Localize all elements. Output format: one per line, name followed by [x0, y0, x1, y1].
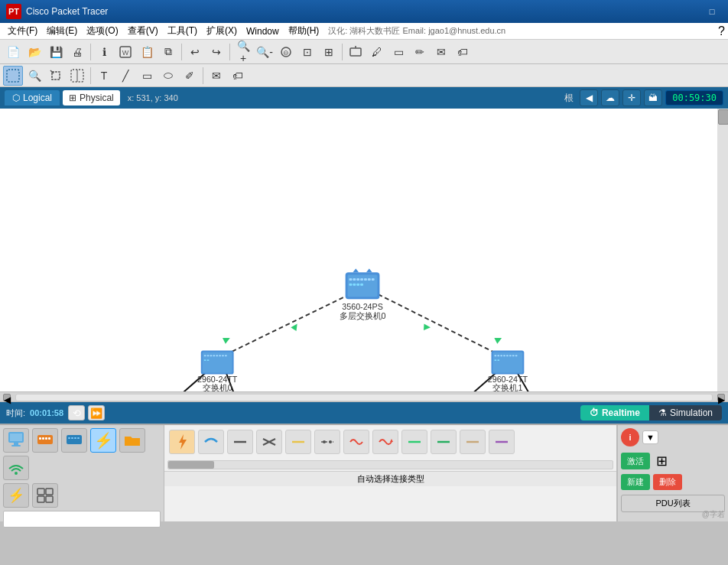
email-button[interactable]: ✉ [431, 42, 451, 62]
svg-rect-99 [77, 437, 80, 439]
zoom-out-button[interactable]: 🔍- [255, 42, 275, 62]
pencil-button[interactable]: ✏ [410, 42, 430, 62]
activate-pdu-button[interactable]: 激活 [621, 453, 650, 469]
device-computer[interactable] [3, 428, 29, 453]
cable-phone[interactable] [314, 430, 340, 454]
menu-help[interactable]: 帮助(H) [284, 23, 324, 39]
vertical-scrollbar[interactable] [717, 109, 728, 391]
cable-serial-dce[interactable] [372, 430, 398, 454]
physical-tab[interactable]: ⊞ Physical [63, 90, 120, 106]
logical-tab[interactable]: ⬡ Logical [5, 90, 60, 106]
new-pdu-button[interactable]: 新建 [621, 474, 650, 490]
svg-rect-38 [356, 284, 359, 286]
search-input-area[interactable] [3, 511, 161, 528]
cable-green[interactable] [431, 430, 457, 454]
svg-rect-39 [360, 284, 363, 286]
rect-tool[interactable]: ▭ [137, 66, 157, 86]
delete-pdu-button[interactable]: 删除 [653, 474, 682, 490]
canvas-coordinates: x: 531, y: 340 [120, 93, 564, 102]
scroll-track[interactable] [15, 394, 713, 401]
main-canvas[interactable]: 3560-24PS 多层交换机0 2960-24TT 交换机0 [0, 109, 728, 391]
cable-usb[interactable] [489, 430, 515, 454]
open-button[interactable]: 📂 [24, 42, 44, 62]
svg-rect-60 [506, 355, 509, 356]
ellipse-tool[interactable]: ⬭ [158, 66, 178, 86]
svg-rect-49 [219, 355, 221, 356]
bottom-panel: ⚡ ⚡ [0, 424, 728, 521]
cable-straight[interactable] [227, 430, 253, 454]
svg-rect-95 [67, 435, 82, 444]
envelope-tool[interactable]: ✉ [206, 66, 226, 86]
info-button[interactable]: ℹ [94, 42, 114, 62]
device-wireless[interactable] [3, 456, 29, 480]
cable-auto[interactable] [169, 430, 195, 454]
device-hub[interactable] [32, 428, 58, 453]
pdu-type-dropdown[interactable]: ▼ [642, 430, 658, 444]
cable-octal[interactable] [460, 430, 486, 454]
help-question[interactable]: ? [718, 24, 725, 38]
menu-window[interactable]: Window [242, 24, 284, 38]
svg-rect-64 [494, 359, 496, 361]
redo-button[interactable]: ↪ [206, 42, 226, 62]
cable-serial-dte[interactable] [401, 430, 427, 454]
cable-fiber[interactable] [285, 430, 311, 454]
reset-timer-button[interactable]: ⟲ [68, 405, 85, 421]
clipboard-button[interactable]: 📋 [137, 42, 157, 62]
annotation-button[interactable]: 🖊 [367, 42, 387, 62]
maximize-button[interactable]: □ [702, 5, 722, 18]
cable-console[interactable] [198, 430, 224, 454]
cable-horizontal-scroll[interactable] [167, 460, 613, 469]
select-tool[interactable] [3, 66, 23, 86]
network-btn[interactable]: ☁ [601, 89, 619, 106]
menu-extensions[interactable]: 扩展(X) [202, 23, 242, 39]
device-switch[interactable] [61, 428, 87, 453]
toolbar1: 📄 📂 💾 🖨 ℹ W 📋 ⧉ ↩ ↪ 🔍+ 🔍- ⊖ ⊡ ⊞ 🖊 ▭ ✏ ✉ … [0, 40, 728, 64]
device-grid-view[interactable] [32, 483, 58, 508]
max-icon[interactable]: ⊞ [656, 453, 668, 469]
back-button[interactable]: ◀ [580, 89, 598, 106]
menu-file[interactable]: 文件(F) [3, 23, 42, 39]
menu-edit[interactable]: 编辑(E) [42, 23, 82, 39]
cable-crossover[interactable] [256, 430, 282, 454]
new-button[interactable]: 📄 [3, 42, 23, 62]
image-btn[interactable]: 🏔 [644, 89, 662, 106]
simulation-button[interactable]: ⚗ Simulation [649, 405, 722, 421]
menu-options[interactable]: 选项(O) [82, 23, 122, 39]
cable-coax[interactable] [343, 430, 369, 454]
pencil-draw-tool[interactable]: ✐ [180, 66, 200, 86]
activity-wizard-button[interactable]: W [115, 42, 135, 62]
scroll-left-arrow[interactable]: ◀ [3, 394, 11, 401]
viewbar: ⬡ Logical ⊞ Physical x: 531, y: 340 根 ◀ … [0, 87, 728, 109]
scroll-right-arrow[interactable]: ▶ [717, 394, 725, 401]
menu-view[interactable]: 查看(V) [123, 23, 163, 39]
custom-device-button[interactable] [346, 42, 366, 62]
hand-tool[interactable] [67, 66, 87, 86]
undo-button[interactable]: ↩ [185, 42, 205, 62]
tag-button[interactable]: 🏷 [453, 42, 473, 62]
svg-rect-89 [11, 445, 21, 446]
device-lightning[interactable]: ⚡ [90, 428, 116, 453]
shape-button[interactable]: ▭ [388, 42, 408, 62]
lasso-tool[interactable] [46, 66, 66, 86]
realtime-button[interactable]: ⏱ Realtime [580, 405, 649, 421]
zoom-window-button[interactable]: ⊡ [297, 42, 317, 62]
zoom-glass-tool[interactable]: 🔍 [24, 66, 44, 86]
device-folder[interactable] [119, 428, 145, 453]
zoom-in-button[interactable]: 🔍+ [233, 42, 253, 62]
device-quick-select[interactable]: ⚡ [3, 483, 29, 508]
pdu-tool[interactable]: 🏷 [228, 66, 248, 86]
fast-forward-button[interactable]: ⏩ [88, 405, 105, 421]
zoom-reset-button[interactable]: ⊖ [276, 42, 296, 62]
copy-button[interactable]: ⧉ [158, 42, 178, 62]
menu-tools[interactable]: 工具(T) [163, 23, 202, 39]
svg-rect-57 [497, 355, 499, 356]
line-tool[interactable]: ╱ [115, 66, 135, 86]
print-button[interactable]: 🖨 [67, 42, 87, 62]
map-btn[interactable]: ✛ [622, 89, 641, 106]
text-tool[interactable]: T [94, 66, 114, 86]
horizontal-scrollbar-area[interactable]: ◀ ▶ [0, 391, 728, 402]
simulation-timer: 00:59:30 [665, 90, 723, 106]
zoom-fit-button[interactable]: ⊞ [319, 42, 339, 62]
time-value: 00:01:58 [30, 408, 63, 417]
save-button[interactable]: 💾 [46, 42, 66, 62]
